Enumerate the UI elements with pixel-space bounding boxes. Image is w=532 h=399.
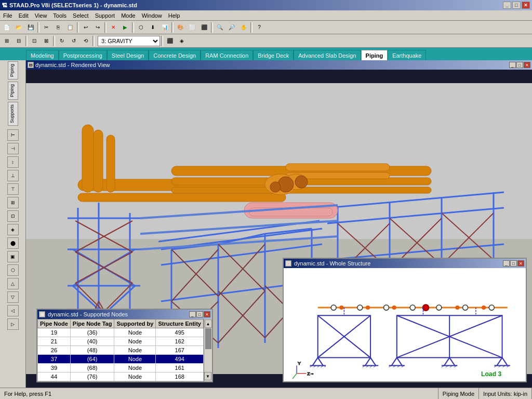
separator-4: [132, 22, 134, 33]
menu-window[interactable]: Window: [139, 11, 165, 20]
sidebar-icon-5[interactable]: ⊤: [7, 183, 19, 195]
open-button[interactable]: 📂: [13, 22, 24, 33]
rendered-view-maximize[interactable]: □: [516, 62, 523, 68]
sidebar-icon-8[interactable]: ◈: [7, 224, 19, 235]
sidebar-icon-9[interactable]: ⬤: [7, 237, 19, 249]
menu-mode[interactable]: Mode: [118, 11, 139, 20]
menu-edit[interactable]: Edit: [16, 11, 32, 20]
viewport[interactable]: 🖼 dynamic.std - Rendered View _ □ ✕: [26, 60, 532, 388]
sn-maximize[interactable]: □: [196, 311, 203, 317]
minimize-button[interactable]: _: [503, 2, 511, 9]
separator-3: [104, 22, 107, 33]
geometry-button[interactable]: ⬡: [135, 22, 147, 33]
menu-support[interactable]: Support: [92, 11, 118, 20]
menu-view[interactable]: View: [32, 11, 50, 20]
sidebar-icon-10[interactable]: ▣: [7, 251, 19, 262]
load-combo[interactable]: 1: DEAD 2: LIVE 3: GRAVITY 4: WIND: [98, 36, 160, 46]
run-button[interactable]: ▶: [119, 22, 131, 33]
close-button[interactable]: ✕: [522, 2, 530, 9]
table-row[interactable]: 21 (40) Node 162: [38, 337, 204, 346]
sn-minimize[interactable]: _: [189, 311, 196, 317]
iso-btn[interactable]: ◈: [176, 35, 188, 47]
new-button[interactable]: 📄: [1, 22, 12, 33]
sidebar-icon-13[interactable]: ▽: [7, 291, 19, 303]
sidebar-icon-3[interactable]: ↕: [7, 156, 19, 168]
paste-button[interactable]: 📋: [64, 22, 76, 33]
table-row[interactable]: 37 (64) Node 494: [38, 355, 204, 364]
scroll-up-btn[interactable]: ▲: [205, 320, 212, 328]
tab-steel-design[interactable]: Steel Design: [107, 50, 149, 60]
render-button[interactable]: 🎨: [175, 22, 186, 33]
sidebar-icon-1[interactable]: ⊢: [7, 129, 19, 141]
grid-button[interactable]: ⊟: [13, 35, 24, 47]
sidebar-icon-12[interactable]: △: [7, 278, 19, 289]
wireframe-button[interactable]: ⬜: [187, 22, 198, 33]
menu-file[interactable]: File: [0, 11, 16, 20]
maximize-button[interactable]: □: [512, 2, 521, 9]
sidebar-icon-15[interactable]: ▷: [7, 318, 19, 330]
undo-button[interactable]: ↩: [80, 22, 91, 33]
pan-button[interactable]: ✋: [238, 22, 249, 33]
tab-modeling[interactable]: Modeling: [26, 50, 59, 60]
sidebar-icon-6[interactable]: ⊞: [7, 197, 19, 208]
sidebar-tab-piping-2[interactable]: Piping: [8, 82, 18, 100]
supported-nodes-controls[interactable]: _ □ ✕: [189, 311, 210, 317]
sidebar-tab-supports[interactable]: Supports: [8, 102, 18, 126]
whole-structure-canvas[interactable]: Y Z→ Load 3: [284, 268, 526, 381]
whole-structure-controls[interactable]: _ □ ✕: [503, 260, 524, 267]
sidebar-icon-7[interactable]: ⊡: [7, 210, 19, 222]
rotate-x-button[interactable]: ↻: [56, 35, 68, 47]
view-dir-btn[interactable]: ⬛: [164, 35, 176, 47]
solid-button[interactable]: ⬛: [198, 22, 210, 33]
tab-ram-connection[interactable]: RAM Connection: [201, 50, 253, 60]
table-row[interactable]: 39 (68) Node 161: [38, 364, 204, 373]
results-button[interactable]: 📊: [159, 22, 170, 33]
zoom-out-button[interactable]: 🔎: [226, 22, 237, 33]
scroll-thumb[interactable]: [205, 328, 211, 349]
rendered-view-controls[interactable]: _ □ ✕: [509, 62, 530, 68]
menu-select[interactable]: Select: [70, 11, 92, 20]
sidebar-icon-14[interactable]: ◁: [7, 305, 19, 316]
tab-concrete-design[interactable]: Concrete Design: [149, 50, 201, 60]
table-row[interactable]: 26 (48) Node 167: [38, 346, 204, 355]
sidebar-icon-4[interactable]: ⊥: [7, 170, 19, 181]
zoom-in-button[interactable]: 🔍: [214, 22, 225, 33]
supported-nodes-scrollbar[interactable]: ▲ ▼: [204, 319, 212, 381]
rendered-view-close[interactable]: ✕: [524, 62, 530, 68]
deselect-button[interactable]: ⊠: [41, 35, 52, 47]
menu-help[interactable]: Help: [165, 11, 183, 20]
loads-button[interactable]: ⬇: [147, 22, 158, 33]
save-button[interactable]: 💾: [25, 22, 36, 33]
toolbar-2: ⊞ ⊟ ⊡ ⊠ ↻ ↺ ⟲ 1: DEAD 2: LIVE 3: GRAVITY…: [0, 34, 532, 48]
ws-close[interactable]: ✕: [517, 260, 524, 267]
main-window-controls[interactable]: _ □ ✕: [503, 2, 530, 9]
table-row[interactable]: 44 (76) Node 168: [38, 373, 204, 381]
svg-point-93: [366, 305, 370, 310]
ws-minimize[interactable]: _: [503, 260, 510, 267]
help-button[interactable]: ?: [254, 22, 265, 33]
tab-piping[interactable]: Piping: [361, 50, 388, 60]
sidebar-icon-11[interactable]: ⬡: [7, 264, 19, 276]
rotate-y-button[interactable]: ↺: [68, 35, 79, 47]
select-all-button[interactable]: ⊡: [29, 35, 40, 47]
cut-button[interactable]: ✂: [41, 22, 52, 33]
snap-button[interactable]: ⊞: [1, 35, 12, 47]
menu-tools[interactable]: Tools: [50, 11, 70, 20]
rendered-view-minimize[interactable]: _: [509, 62, 516, 68]
whole-structure-svg: Y Z→ Load 3: [284, 268, 526, 381]
sidebar-icon-2[interactable]: ⊣: [7, 143, 19, 154]
redo-button[interactable]: ↪: [92, 22, 103, 33]
scroll-down-btn[interactable]: ▼: [204, 372, 211, 380]
tab-advanced-slab-design[interactable]: Advanced Slab Design: [294, 50, 361, 60]
rotate-z-button[interactable]: ⟲: [80, 35, 91, 47]
tab-postprocessing[interactable]: Postprocessing: [59, 50, 107, 60]
table-row[interactable]: 19 (36) Node 495: [38, 328, 204, 337]
copy-button[interactable]: ⎘: [52, 22, 64, 33]
delete-button[interactable]: ✕: [108, 22, 119, 33]
ws-maximize[interactable]: □: [510, 260, 517, 267]
tab-bridge-deck[interactable]: Bridge Deck: [253, 50, 294, 60]
sn-close[interactable]: ✕: [204, 311, 210, 317]
sidebar-tab-piping-1[interactable]: Piping: [8, 61, 18, 79]
cell-pipe-node: 37: [38, 355, 71, 364]
tab-earthquake[interactable]: Earthquake: [388, 50, 426, 60]
